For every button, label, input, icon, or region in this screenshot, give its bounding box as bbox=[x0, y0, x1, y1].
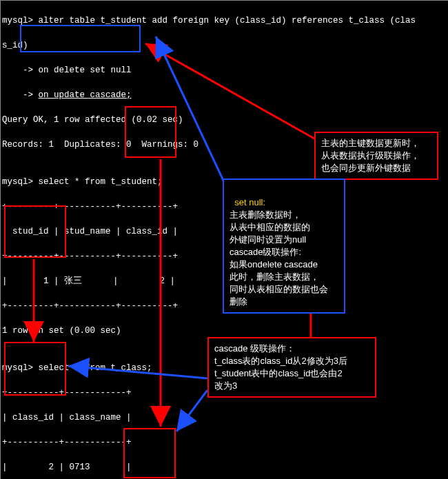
line: | class_id | class_name | bbox=[2, 411, 416, 424]
line: Query OK, 1 row affected (0.02 sec) bbox=[2, 114, 416, 126]
highlight-student-classid-col bbox=[125, 106, 176, 158]
line: 1 row in set (0.00 sec) bbox=[2, 325, 416, 337]
line: | 1 | 张三 | 2 | bbox=[2, 275, 416, 287]
highlight-student-classid-col-2 bbox=[123, 428, 176, 478]
annotation-set-null-body: 主表删除数据时， 从表中相应的数据的 外键同时设置为null cascade级联… bbox=[230, 210, 328, 307]
line: -> on delete set null bbox=[2, 64, 416, 77]
annotation-cascade-example: cascade 级联操作： t_class表的class_id从2修改为3后 t… bbox=[207, 337, 376, 398]
annotation-primary-key-update: 主表的主键数据更新时， 从表数据执行级联操作， 也会同步更新外键数据 bbox=[314, 132, 438, 180]
cascade-clause: on update cascade; bbox=[39, 90, 132, 100]
highlight-class-table-2 bbox=[4, 342, 66, 396]
annotation-set-null-cascade: set null: 主表删除数据时， 从表中相应的数据的 外键同时设置为null… bbox=[223, 179, 345, 314]
line: | 2 | 0713 | bbox=[2, 461, 416, 473]
line: -> on update cascade; bbox=[2, 89, 416, 101]
annotation-set-null-heading: set null: bbox=[234, 197, 265, 207]
line: +----------+------------+ bbox=[2, 436, 416, 449]
highlight-on-update-cascade bbox=[20, 25, 141, 52]
line: +---------+-----------+----------+ bbox=[2, 300, 416, 312]
highlight-class-table-1 bbox=[4, 205, 66, 258]
